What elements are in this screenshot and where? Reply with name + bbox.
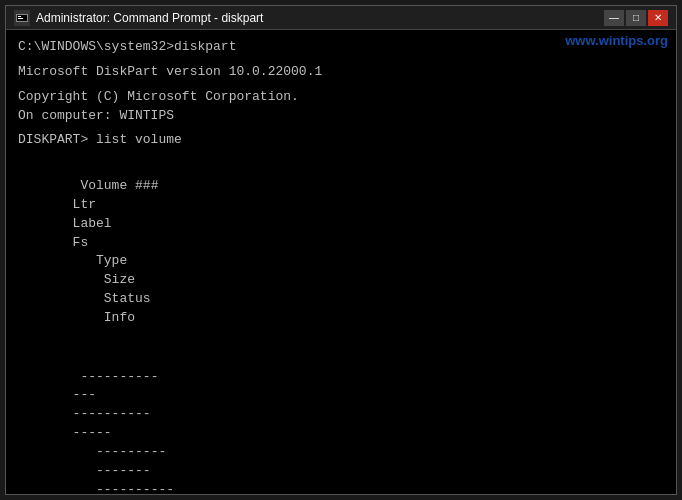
watermark: www.wintips.org: [565, 32, 668, 51]
sep-type: ---------: [65, 443, 147, 462]
diskpart-version: Microsoft DiskPart version 10.0.22000.1: [18, 63, 664, 82]
sep-fs: -----: [65, 424, 115, 443]
window-controls: — □ ✕: [604, 10, 668, 26]
window-title: Administrator: Command Prompt - diskpart: [36, 11, 604, 25]
copyright-line: Copyright (C) Microsoft Corporation.: [18, 88, 664, 107]
col-header-type: Type: [65, 252, 147, 271]
list-volume-cmd: DISKPART> list volume: [18, 131, 664, 150]
col-header-label: Label: [65, 215, 155, 234]
sep-size: -------: [65, 462, 125, 481]
terminal-window: Administrator: Command Prompt - diskpart…: [5, 5, 677, 495]
minimize-button[interactable]: —: [604, 10, 624, 26]
window-icon: [14, 10, 30, 26]
sep-label: ----------: [65, 405, 155, 424]
sep-ltr: ---: [65, 386, 101, 405]
col-header-info: Info: [65, 309, 125, 328]
table-sep-row: ---------- --- ---------- ----- --------…: [18, 349, 664, 494]
svg-rect-3: [18, 16, 21, 17]
col-header-status: Status: [65, 290, 137, 309]
blank-4: [18, 150, 664, 156]
col-header-ltr: Ltr: [65, 196, 101, 215]
col-header-fs: Fs: [65, 234, 115, 253]
table-header-row: Volume ### Ltr Label Fs Type Size Status…: [18, 158, 664, 346]
title-bar: Administrator: Command Prompt - diskpart…: [6, 6, 676, 30]
maximize-button[interactable]: □: [626, 10, 646, 26]
col-header-size: Size: [65, 271, 125, 290]
terminal-content[interactable]: www.wintips.org C:\WINDOWS\system32>disk…: [6, 30, 676, 494]
sep-status: ----------: [65, 481, 137, 494]
computer-line: On computer: WINTIPS: [18, 107, 664, 126]
close-button[interactable]: ✕: [648, 10, 668, 26]
svg-rect-4: [18, 18, 23, 19]
col-header-volume: Volume ###: [65, 177, 137, 196]
sep-volume: ----------: [65, 368, 137, 387]
prompt-path: C:\WINDOWS\system32>diskpart: [18, 39, 236, 54]
